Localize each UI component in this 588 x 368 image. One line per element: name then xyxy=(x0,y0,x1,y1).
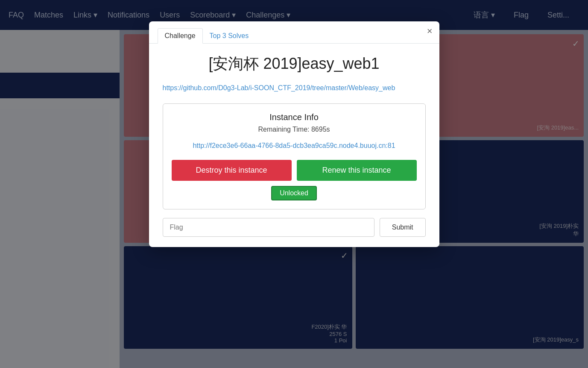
renew-instance-button[interactable]: Renew this instance xyxy=(297,160,417,181)
instance-remaining-time: Remaining Time: 8695s xyxy=(172,126,417,133)
challenge-github-link[interactable]: https://github.com/D0g3-Lab/i-SOON_CTF_2… xyxy=(163,82,426,94)
destroy-instance-button[interactable]: Destroy this instance xyxy=(172,160,292,181)
modal-overlay: × Challenge Top 3 Solves [安洵杯 2019]easy_… xyxy=(0,0,588,368)
instance-url-link[interactable]: http://f2ece3e6-66aa-4766-8da5-dcb3ea9ca… xyxy=(172,140,417,151)
modal-tabs: Challenge Top 3 Solves xyxy=(149,21,439,44)
tab-top3solves[interactable]: Top 3 Solves xyxy=(203,28,256,44)
submit-button[interactable]: Submit xyxy=(380,218,426,237)
instance-action-buttons: Destroy this instance Renew this instanc… xyxy=(172,160,417,181)
flag-section: Submit xyxy=(163,218,426,237)
modal-close-button[interactable]: × xyxy=(427,26,433,36)
unlocked-container: Unlocked xyxy=(172,186,417,200)
challenge-title: [安洵杯 2019]easy_web1 xyxy=(163,54,426,74)
instance-title: Instance Info xyxy=(172,112,417,122)
flag-input[interactable] xyxy=(163,218,374,237)
tab-challenge[interactable]: Challenge xyxy=(158,28,203,44)
instance-info-box: Instance Info Remaining Time: 8695s http… xyxy=(163,103,426,209)
unlocked-badge: Unlocked xyxy=(271,186,317,200)
modal-body: [安洵杯 2019]easy_web1 https://github.com/D… xyxy=(149,44,439,247)
challenge-modal: × Challenge Top 3 Solves [安洵杯 2019]easy_… xyxy=(149,21,439,247)
